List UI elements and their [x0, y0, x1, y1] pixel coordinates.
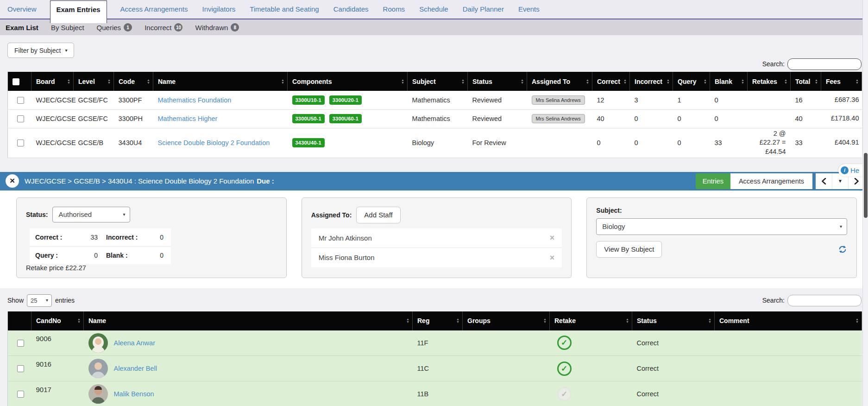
staff-name: Miss Fiona Burton — [319, 254, 375, 261]
view-by-subject-button[interactable]: View By Subject — [596, 241, 662, 258]
subnav-withdrawn[interactable]: Withdrawn 8 — [195, 23, 239, 32]
column-header-level[interactable]: Level▲▼ — [74, 72, 114, 91]
exam-row-checkbox[interactable] — [17, 115, 24, 122]
exam-name-link[interactable]: Science Double Biology 2 Foundation — [158, 139, 270, 146]
column-header-incorrect[interactable]: Incorrect▲▼ — [630, 72, 673, 91]
tab-daily-planner[interactable]: Daily Planner — [462, 0, 505, 19]
subject-cell: Biology — [408, 128, 468, 158]
exam-search-input[interactable] — [787, 58, 862, 70]
candidate-row-checkbox[interactable] — [17, 391, 24, 398]
sort-icon: ▲▼ — [107, 79, 111, 84]
component-badge: 3300U60-1 — [329, 114, 362, 123]
column-header-cand-name[interactable]: Name▲▼ — [84, 311, 413, 330]
column-header-code[interactable]: Code▲▼ — [114, 72, 153, 91]
column-header-groups[interactable]: Groups▲▼ — [463, 311, 550, 330]
assigned-staff-pill: Mrs Selina Andrews — [532, 95, 585, 105]
subject-cell: Mathematics — [408, 109, 468, 128]
tab-timetable-and-seating[interactable]: Timetable and Seating — [249, 0, 320, 19]
exam-row: WJEC/GCSE GCSE/FC 3300PF Mathematics Fou… — [8, 91, 862, 109]
subnav-exam-list[interactable]: Exam List — [6, 24, 38, 32]
column-header-components[interactable]: Components▲▼ — [288, 72, 408, 91]
column-header-reg[interactable]: Reg▲▼ — [413, 311, 463, 330]
refresh-icon[interactable] — [838, 245, 847, 254]
retake-faded-check-icon[interactable]: ✓ — [557, 387, 572, 401]
candidate-name-link[interactable]: Alexander Bell — [114, 365, 157, 372]
column-header-status[interactable]: Status▲▼ — [468, 72, 527, 91]
tab-access-arrangements[interactable]: Access Arrangements — [120, 0, 189, 19]
tab-exam-entries[interactable]: Exam Entries — [50, 0, 107, 23]
candidate-row-checkbox[interactable] — [17, 365, 24, 372]
exam-detail-panel: i He × WJEC/GCSE > GCSE/B > 3430U4 : Sci… — [0, 172, 868, 288]
query-cell: 0 — [673, 109, 710, 128]
breadcrumb: WJEC/GCSE > GCSE/B > 3430U4 : Science Do… — [25, 177, 274, 185]
column-header-retake[interactable]: Retake▲▼ — [550, 311, 632, 330]
board-cell: WJEC/GCSE — [31, 128, 74, 158]
column-header-comment[interactable]: Comment▲▼ — [715, 311, 862, 330]
close-panel-button[interactable]: × — [6, 174, 19, 188]
help-tab[interactable]: i He — [838, 164, 862, 177]
column-header-assigned-to[interactable]: Assigned To▲▼ — [527, 72, 592, 91]
exam-row-checkbox[interactable] — [17, 140, 24, 146]
detail-panel-body: Status: Authorised ▾ Correct : 33 Incorr… — [0, 190, 868, 288]
column-header-candno[interactable]: CandNo▲▼ — [31, 311, 84, 330]
entries-tab-button[interactable]: Entries — [696, 173, 730, 189]
subnav-by-subject-label: By Subject — [51, 24, 84, 32]
filter-by-subject-button[interactable]: Filter by Subject ▾ — [7, 43, 74, 58]
incorrect-cell: 0 — [630, 128, 673, 158]
retake-check-icon[interactable]: ✓ — [557, 336, 572, 350]
exam-name-link[interactable]: Mathematics Higher — [158, 115, 218, 122]
cand-status-cell: Correct — [632, 356, 715, 381]
column-header-total[interactable]: Total▲▼ — [791, 72, 821, 91]
comment-cell — [715, 356, 862, 381]
scrollbar-thumb[interactable] — [864, 153, 868, 218]
page-size-select[interactable]: 25 ▾ — [27, 294, 52, 307]
tab-events[interactable]: Events — [517, 0, 541, 19]
retake-check-icon[interactable]: ✓ — [557, 362, 572, 376]
column-header-cand-status[interactable]: Status▲▼ — [632, 311, 715, 330]
reg-cell: 11B — [413, 381, 463, 406]
subnav-queries[interactable]: Queries 1 — [97, 23, 132, 32]
incorrect-count-badge: 10 — [174, 23, 182, 32]
caret-down-icon: ▾ — [46, 298, 48, 303]
status-select[interactable]: Authorised ▾ — [52, 207, 130, 222]
sort-icon: ▲▼ — [147, 79, 150, 84]
candidate-row-checkbox[interactable] — [17, 340, 24, 347]
filter-row: Filter by Subject ▾ — [7, 43, 868, 58]
column-header-board[interactable]: Board▲▼ — [31, 72, 74, 91]
column-header-retakes[interactable]: Retakes▲▼ — [748, 72, 791, 91]
page-size-value: 25 — [31, 297, 37, 304]
component-badge: 3300U50-1 — [292, 114, 325, 123]
exam-search-label: Search: — [762, 60, 785, 68]
candidate-name-link[interactable]: Aleena Anwar — [114, 339, 155, 347]
previous-exam-button[interactable] — [816, 173, 832, 189]
add-staff-button[interactable]: Add Staff — [356, 207, 400, 223]
column-header-blank[interactable]: Blank▲▼ — [710, 72, 748, 91]
candidate-table-header-row: CandNo▲▼ Name▲▼ Reg▲▼ Groups▲▼ Retake▲▼ … — [8, 311, 862, 330]
column-header-name[interactable]: Name▲▼ — [153, 72, 288, 91]
query-stat-label: Query : — [35, 252, 79, 259]
column-header-fees[interactable]: Fees▲▼ — [821, 72, 862, 91]
subnav-by-subject[interactable]: By Subject — [51, 24, 84, 32]
subject-select[interactable]: Biology ▾ — [596, 218, 847, 235]
candidate-search-input[interactable] — [787, 295, 862, 306]
select-all-checkbox[interactable] — [13, 78, 19, 85]
subnav-exam-list-label: Exam List — [6, 24, 38, 32]
tab-schedule[interactable]: Schedule — [418, 0, 449, 19]
column-header-subject[interactable]: Subject▲▼ — [408, 72, 468, 91]
remove-staff-icon[interactable]: × — [550, 254, 555, 262]
candidate-name-link[interactable]: Malik Benson — [114, 390, 154, 398]
access-arrangements-tab-button[interactable]: Access Arrangements — [730, 173, 812, 189]
tab-rooms[interactable]: Rooms — [382, 0, 406, 19]
subnav-incorrect[interactable]: Incorrect 10 — [145, 23, 182, 32]
exam-row-checkbox[interactable] — [17, 97, 24, 104]
column-header-correct[interactable]: Correct▲▼ — [592, 72, 630, 91]
tab-overview[interactable]: Overview — [6, 0, 38, 19]
exam-name-link[interactable]: Mathematics Foundation — [158, 96, 232, 104]
subject-label: Subject: — [596, 207, 847, 214]
query-stat-value: 0 — [79, 252, 106, 259]
column-header-query[interactable]: Query▲▼ — [673, 72, 710, 91]
tab-invigilators[interactable]: Invigilators — [201, 0, 236, 19]
level-cell: GCSE/B — [74, 128, 114, 158]
tab-candidates[interactable]: Candidates — [333, 0, 370, 19]
remove-staff-icon[interactable]: × — [550, 234, 555, 242]
